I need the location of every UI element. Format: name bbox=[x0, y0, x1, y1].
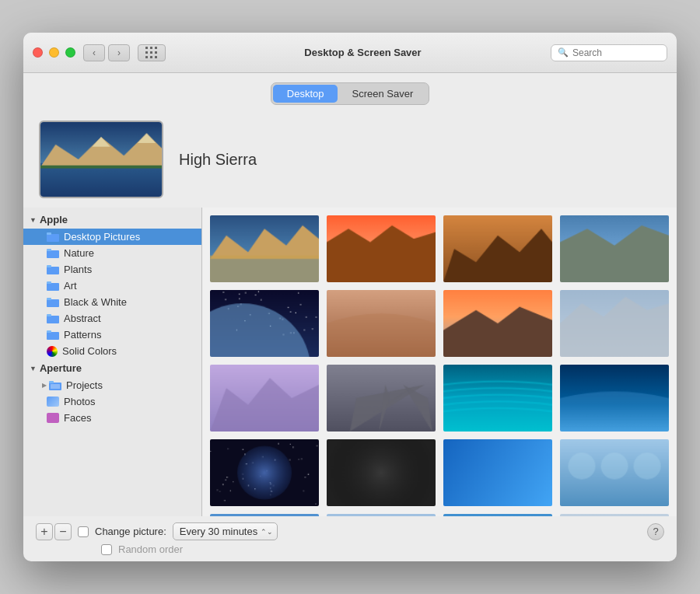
svg-rect-10 bbox=[47, 298, 51, 300]
svg-rect-8 bbox=[47, 281, 51, 284]
disclosure-arrow-projects: ▶ bbox=[42, 382, 47, 389]
nav-buttons: ‹ › bbox=[83, 44, 130, 61]
sidebar-group-apple[interactable]: ▼ Apple bbox=[23, 211, 201, 229]
search-input[interactable] bbox=[572, 47, 658, 58]
folder-icon-projects bbox=[49, 380, 61, 390]
sidebar-group-apple-label: Apple bbox=[40, 214, 68, 225]
svg-rect-2 bbox=[47, 232, 51, 235]
svg-rect-5 bbox=[47, 267, 59, 274]
disclosure-arrow-apple: ▼ bbox=[30, 216, 37, 224]
bottom-controls: + − Change picture: Every 5 seconds Ever… bbox=[23, 516, 677, 561]
close-button[interactable] bbox=[33, 47, 43, 58]
back-button[interactable]: ‹ bbox=[83, 44, 105, 61]
folder-icon-nature bbox=[47, 248, 59, 258]
traffic-lights bbox=[33, 47, 75, 58]
sidebar-item-art-label: Art bbox=[64, 280, 77, 292]
sidebar-item-desktop-pictures-label: Desktop Pictures bbox=[64, 231, 140, 243]
wallpaper-thumb-4[interactable] bbox=[558, 214, 670, 284]
add-remove-buttons: + − bbox=[36, 523, 72, 540]
svg-rect-9 bbox=[47, 299, 59, 307]
wallpaper-thumb-8[interactable] bbox=[558, 288, 670, 358]
change-picture-label: Change picture: bbox=[95, 526, 166, 537]
sidebar-item-faces-label: Faces bbox=[64, 412, 91, 424]
preview-name: High Sierra bbox=[179, 151, 257, 169]
wallpaper-thumb-14[interactable] bbox=[325, 438, 437, 508]
search-box[interactable]: 🔍 bbox=[551, 44, 667, 61]
preview-thumbnail bbox=[39, 121, 163, 198]
random-order-checkbox[interactable] bbox=[101, 544, 112, 555]
color-wheel-icon bbox=[47, 346, 58, 357]
wallpaper-thumb-9[interactable] bbox=[208, 363, 320, 433]
minimize-button[interactable] bbox=[49, 47, 59, 58]
sidebar-item-desktop-pictures[interactable]: Desktop Pictures bbox=[23, 229, 201, 245]
tab-desktop[interactable]: Desktop bbox=[273, 85, 338, 103]
folder-icon-plants bbox=[47, 264, 59, 274]
titlebar: ‹ › Desktop & Screen Saver 🔍 bbox=[23, 33, 677, 73]
sidebar-item-plants-label: Plants bbox=[64, 264, 92, 275]
remove-button[interactable]: − bbox=[54, 523, 72, 540]
folder-icon-patterns bbox=[47, 330, 59, 340]
wallpaper-thumb-12[interactable] bbox=[558, 363, 670, 433]
svg-rect-13 bbox=[47, 332, 59, 340]
tab-screen-saver[interactable]: Screen Saver bbox=[338, 85, 427, 103]
svg-rect-16 bbox=[49, 381, 54, 383]
sidebar-group-aperture-label: Aperture bbox=[40, 362, 82, 374]
sidebar-item-solid-colors[interactable]: Solid Colors bbox=[23, 343, 201, 359]
svg-rect-14 bbox=[47, 330, 51, 333]
sidebar-item-abstract[interactable]: Abstract bbox=[23, 310, 201, 327]
wallpaper-thumb-10[interactable] bbox=[325, 363, 437, 433]
sidebar-item-faces[interactable]: Faces bbox=[23, 410, 201, 426]
wallpaper-thumb-3[interactable] bbox=[442, 214, 554, 284]
preview-area: High Sierra bbox=[23, 113, 677, 208]
folder-icon-abstract bbox=[47, 313, 59, 323]
wallpaper-grid bbox=[208, 214, 670, 516]
interval-select[interactable]: Every 5 seconds Every 1 minute Every 5 m… bbox=[173, 522, 278, 540]
sidebar-item-nature-label: Nature bbox=[64, 247, 94, 259]
bottom-row1: + − Change picture: Every 5 seconds Ever… bbox=[23, 516, 677, 542]
sidebar-item-photos[interactable]: Photos bbox=[23, 393, 201, 410]
svg-rect-17 bbox=[51, 384, 60, 389]
forward-button[interactable]: › bbox=[108, 44, 130, 61]
wallpaper-thumb-6[interactable] bbox=[325, 288, 437, 358]
sidebar-item-nature[interactable]: Nature bbox=[23, 245, 201, 261]
grid-dots-icon bbox=[145, 47, 158, 59]
split-area: ▼ Apple Desktop Pictures Nature bbox=[23, 208, 677, 516]
sidebar-item-black-white[interactable]: Black & White bbox=[23, 294, 201, 310]
svg-rect-3 bbox=[47, 250, 59, 258]
sidebar-item-projects-label: Projects bbox=[66, 379, 103, 391]
svg-rect-6 bbox=[47, 265, 51, 267]
photos-icon bbox=[47, 397, 59, 407]
faces-icon bbox=[47, 413, 59, 423]
sidebar-item-projects[interactable]: ▶ Projects bbox=[23, 377, 201, 393]
window-title: Desktop & Screen Saver bbox=[175, 47, 551, 58]
svg-rect-7 bbox=[47, 283, 59, 291]
sidebar-item-art[interactable]: Art bbox=[23, 278, 201, 294]
grid-view-button[interactable] bbox=[138, 44, 166, 61]
bottom-row2: Random order bbox=[23, 542, 677, 561]
sidebar-item-photos-label: Photos bbox=[64, 396, 95, 407]
wallpaper-thumb-15[interactable] bbox=[442, 438, 554, 508]
help-button[interactable]: ? bbox=[647, 523, 664, 540]
change-picture-checkbox[interactable] bbox=[78, 526, 89, 537]
wallpaper-thumb-16[interactable] bbox=[558, 438, 670, 508]
folder-icon-art bbox=[47, 281, 59, 291]
wallpaper-thumb-7[interactable] bbox=[442, 288, 554, 358]
wallpaper-area bbox=[202, 208, 677, 516]
main-window: ‹ › Desktop & Screen Saver 🔍 Desktop Scr… bbox=[23, 33, 677, 561]
wallpaper-thumb-11[interactable] bbox=[442, 363, 554, 433]
sidebar-item-abstract-label: Abstract bbox=[64, 313, 101, 324]
add-button[interactable]: + bbox=[36, 523, 53, 540]
wallpaper-thumb-2[interactable] bbox=[325, 214, 437, 284]
svg-rect-11 bbox=[47, 316, 59, 323]
maximize-button[interactable] bbox=[65, 47, 75, 58]
wallpaper-thumb-13[interactable] bbox=[208, 438, 320, 508]
sidebar-group-aperture[interactable]: ▼ Aperture bbox=[23, 359, 201, 377]
folder-icon bbox=[47, 232, 59, 242]
sidebar-item-plants[interactable]: Plants bbox=[23, 261, 201, 278]
sidebar-item-patterns[interactable]: Patterns bbox=[23, 327, 201, 343]
wallpaper-thumb-1[interactable] bbox=[208, 214, 320, 284]
wallpaper-thumb-5[interactable] bbox=[208, 288, 320, 358]
interval-select-wrapper[interactable]: Every 5 seconds Every 1 minute Every 5 m… bbox=[173, 522, 278, 540]
svg-rect-4 bbox=[47, 249, 51, 251]
sidebar: ▼ Apple Desktop Pictures Nature bbox=[23, 208, 202, 516]
